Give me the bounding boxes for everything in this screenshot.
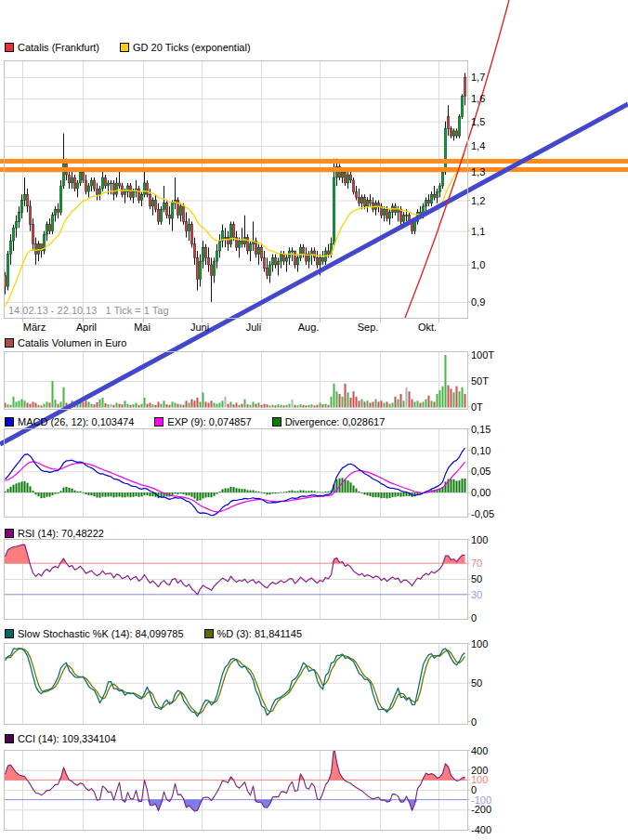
divergence-bar: [141, 492, 143, 496]
divergence-bar: [27, 483, 29, 492]
volume-bar: [180, 404, 182, 407]
divergence-bar: [38, 492, 40, 496]
candle-up: [271, 257, 274, 265]
volume-bar: [272, 405, 274, 408]
candle-down: [168, 216, 171, 218]
candle-up: [291, 251, 294, 252]
volume-bar: [317, 405, 319, 408]
volume-bar: [336, 391, 338, 407]
volume-bar: [108, 404, 110, 407]
volume-bar: [289, 404, 291, 408]
volume-bar: [350, 398, 352, 408]
divergence-bar: [105, 492, 107, 497]
volume-bar: [292, 400, 294, 407]
volume-bar: [58, 404, 59, 408]
volume-bar: [130, 405, 132, 408]
divergence-bar: [88, 492, 90, 495]
candle-up: [319, 257, 321, 265]
divergence-bar: [113, 492, 115, 497]
volume-bar: [27, 403, 29, 408]
legend-cci: CCI (14): 109,334104: [5, 733, 116, 744]
cci-low-fill: [4, 800, 465, 811]
volume-bar: [119, 404, 121, 408]
divergence-bar: [350, 482, 352, 492]
date-range-label: 14.02.13 - 22.10.13 1 Tick = 1 Tag: [8, 305, 169, 316]
volume-bar: [322, 404, 324, 407]
volume-bar: [177, 404, 179, 408]
volume-bar: [155, 405, 157, 408]
divergence-bar: [306, 491, 307, 492]
volume-bar: [275, 405, 277, 407]
y-tick-label: 50: [471, 573, 482, 584]
candle-down: [82, 172, 85, 180]
candle-down: [104, 177, 107, 186]
volume-bar: [361, 400, 363, 408]
candle-down: [369, 201, 372, 203]
divergence-bar: [261, 492, 263, 493]
volume-bar: [46, 401, 48, 407]
candle-down: [386, 209, 388, 218]
volume-bar: [253, 401, 255, 407]
divergence-bar: [85, 492, 87, 494]
divergence-bar: [83, 492, 85, 493]
divergence-bar: [116, 492, 118, 497]
legend-label: %D (3): 81,841145: [217, 628, 303, 639]
stoch-k-line: [6, 649, 465, 716]
candle-up: [213, 261, 216, 275]
candle-down: [321, 257, 324, 261]
divergence-bar: [292, 491, 294, 492]
candle-down: [282, 255, 285, 261]
candle-down: [118, 183, 121, 186]
candle-down: [363, 197, 366, 206]
volume-bar: [205, 401, 207, 407]
divergence-bar: [108, 492, 110, 497]
candle-up: [79, 172, 82, 183]
volume-bar: [13, 397, 15, 408]
volume-bar: [437, 394, 438, 408]
volume-bar: [102, 398, 104, 408]
volume-bar: [158, 401, 160, 407]
exp-series-swatch: [154, 417, 164, 427]
legend-label: EXP (9): 0,074857: [167, 416, 251, 427]
candle-down: [190, 225, 193, 244]
candle-up: [425, 201, 427, 206]
volume-bar: [16, 401, 18, 407]
legend-item-rsi: RSI (14): 70,48222: [5, 528, 104, 539]
candle-down: [433, 194, 436, 197]
divergence-bar: [230, 487, 232, 492]
divergence-bar: [384, 492, 386, 498]
volume-bar: [189, 403, 190, 408]
rsi-line: [6, 545, 465, 595]
volume-bar: [247, 404, 249, 407]
volume-bar: [136, 403, 137, 408]
divergence-bar: [253, 490, 255, 492]
volume-bar: [113, 405, 115, 408]
divergence-bar: [124, 492, 126, 497]
candle-down: [137, 189, 140, 200]
divergence-bar: [308, 491, 310, 492]
volume-bar: [462, 387, 464, 408]
volume-bar: [144, 398, 146, 408]
volume-bar: [367, 400, 369, 407]
volume-bar: [211, 400, 213, 407]
candle-down: [246, 238, 249, 251]
legend-item-cci: CCI (14): 109,334104: [5, 733, 116, 744]
divergence-bar: [356, 489, 358, 492]
candle-up: [87, 186, 90, 191]
candle-up: [23, 194, 26, 200]
volume-bar: [453, 392, 455, 407]
candle-up: [20, 201, 23, 213]
candle-up: [438, 186, 441, 191]
candle-up: [110, 183, 112, 184]
volume-bar: [38, 405, 40, 408]
volume-bar: [52, 381, 54, 408]
divergence-bar: [386, 492, 388, 498]
month-label: Aug.: [298, 322, 320, 333]
candle-up: [51, 216, 54, 231]
divergence-bar: [233, 487, 235, 492]
divergence-bar: [216, 492, 218, 494]
legend-rsi: RSI (14): 70,48222: [5, 528, 104, 539]
divergence-bar: [111, 492, 112, 496]
volume-bar: [398, 400, 399, 408]
divergence-bar: [24, 481, 26, 492]
